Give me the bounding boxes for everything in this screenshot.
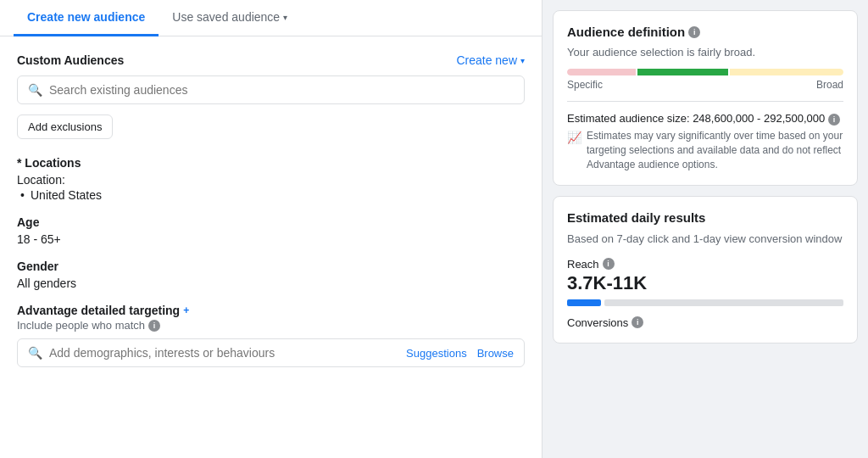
estimated-daily-card: Estimated daily results Based on 7-day c… xyxy=(553,196,858,343)
add-exclusions-button[interactable]: Add exclusions xyxy=(17,114,113,139)
gauge-segment-yellow xyxy=(730,69,843,75)
tab-use-saved-audience[interactable]: Use saved audience ▾ xyxy=(159,0,301,36)
gauge-segment-red xyxy=(567,69,636,75)
targeting-search-box: 🔍 Suggestions Browse xyxy=(17,338,525,367)
audience-definition-info-icon[interactable]: i xyxy=(688,26,700,38)
create-new-button[interactable]: Create new ▾ xyxy=(456,53,525,67)
create-new-label: Create new xyxy=(456,53,517,67)
tab-create-new-audience[interactable]: Create new audience xyxy=(14,0,159,36)
audience-size-info-icon[interactable]: i xyxy=(828,114,840,126)
custom-audiences-header: Custom Audiences Create new ▾ xyxy=(17,53,525,67)
reach-bar-container xyxy=(567,299,843,306)
search-audiences-input[interactable] xyxy=(49,83,514,97)
gender-title: Gender xyxy=(17,260,525,273)
advantage-section: Advantage detailed targeting + Include p… xyxy=(17,304,525,367)
reach-info-icon[interactable]: i xyxy=(603,258,615,270)
audience-description: Your audience selection is fairly broad. xyxy=(567,46,843,59)
audience-definition-card: Audience definition i Your audience sele… xyxy=(553,10,858,186)
location-value: United States xyxy=(17,188,525,202)
tabs-container: Create new audience Use saved audience ▾ xyxy=(0,0,542,36)
audience-definition-title: Audience definition i xyxy=(567,25,843,39)
locations-section: * Locations Location: United States xyxy=(17,156,525,202)
create-new-chevron-icon: ▾ xyxy=(520,56,525,65)
right-panel: Audience definition i Your audience sele… xyxy=(542,0,868,458)
search-icon: 🔍 xyxy=(28,83,42,97)
reach-bar-fill xyxy=(567,299,601,306)
divider xyxy=(567,101,843,102)
estimated-daily-title: Estimated daily results xyxy=(567,210,843,225)
estimate-note: 📈 Estimates may vary significantly over … xyxy=(567,129,843,171)
location-label: Location: xyxy=(17,173,525,187)
age-title: Age xyxy=(17,215,525,229)
gauge-bar xyxy=(567,69,843,75)
tab-use-saved-label: Use saved audience xyxy=(172,10,280,24)
suggestions-link[interactable]: Suggestions xyxy=(406,347,467,360)
locations-title: * Locations xyxy=(17,156,525,170)
advantage-title: Advantage detailed targeting + xyxy=(17,304,525,317)
include-label: Include people who match i xyxy=(17,319,525,332)
search-audiences-box: 🔍 xyxy=(17,75,525,104)
gauge-container: Specific Broad xyxy=(567,69,843,91)
gauge-broad-label: Broad xyxy=(816,79,843,91)
browse-link[interactable]: Browse xyxy=(477,347,514,360)
gauge-specific-label: Specific xyxy=(567,79,603,91)
gender-section: Gender All genders xyxy=(17,260,525,290)
gauge-segment-green xyxy=(637,69,728,75)
tab-create-new-label: Create new audience xyxy=(27,10,145,24)
targeting-search-input[interactable] xyxy=(49,346,399,360)
chevron-down-icon: ▾ xyxy=(283,13,287,22)
targeting-links: Suggestions Browse xyxy=(406,347,514,360)
age-section: Age 18 - 65+ xyxy=(17,215,525,246)
daily-description: Based on 7-day click and 1-day view conv… xyxy=(567,232,843,247)
age-value: 18 - 65+ xyxy=(17,232,525,246)
add-exclusions-label: Add exclusions xyxy=(28,120,102,133)
advantage-plus-icon: + xyxy=(183,304,189,316)
audience-size-label: Estimated audience size: 248,600,000 - 2… xyxy=(567,112,843,126)
main-content: Custom Audiences Create new ▾ 🔍 Add excl… xyxy=(0,36,542,458)
gender-value: All genders xyxy=(17,276,525,290)
custom-audiences-title: Custom Audiences xyxy=(17,53,124,67)
reach-value: 3.7K-11K xyxy=(567,272,843,294)
reach-label: Reach i xyxy=(567,258,843,271)
left-panel: Create new audience Use saved audience ▾… xyxy=(0,0,542,458)
conversions-info-icon[interactable]: i xyxy=(632,316,643,328)
targeting-search-icon: 🔍 xyxy=(28,346,42,360)
reach-bar-empty xyxy=(604,299,843,306)
gauge-labels: Specific Broad xyxy=(567,79,843,91)
estimate-chart-icon: 📈 xyxy=(567,130,581,171)
include-info-icon[interactable]: i xyxy=(148,320,160,332)
conversions-label: Conversions i xyxy=(567,316,843,329)
